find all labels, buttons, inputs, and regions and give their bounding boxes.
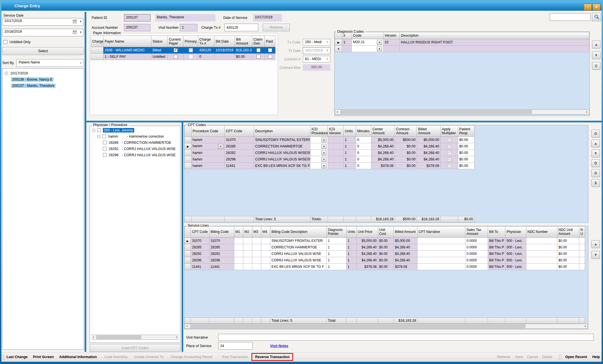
sl-ndc-amt-cell[interactable]: $0.00 xyxy=(557,251,579,257)
tree-node-procedure-group[interactable]: − hamm - Hammertoe correction xyxy=(97,134,164,138)
scroll-left-icon[interactable]: ‹ xyxy=(185,324,189,328)
sl-ndc-amt-cell[interactable]: $0.00 xyxy=(557,244,579,251)
calendar-dropdown-icon[interactable]: ▼ xyxy=(79,20,82,23)
cpt-d-button[interactable]: D xyxy=(591,159,600,167)
sl-narrative-cell[interactable] xyxy=(418,257,465,264)
cpt-billed-cell[interactable]: $5,000.00 xyxy=(417,137,441,143)
payer-bill-date-cell[interactable] xyxy=(215,54,235,60)
payer-row-header[interactable] xyxy=(91,54,103,60)
sl-cost-cell[interactable]: $0.00 xyxy=(378,238,394,244)
cpt-desc-cell[interactable]: CORRJ HALLUX VALGUS W/SESM xyxy=(254,156,310,163)
new-row-indicator[interactable]: ✳ xyxy=(335,46,342,52)
sl-billing-cell[interactable]: 28292 xyxy=(209,251,234,257)
place-of-service-input[interactable] xyxy=(218,342,253,350)
tree-node-patient[interactable]: 200138 - Boone, Nancy E xyxy=(11,78,54,81)
sl-billto-cell[interactable]: Bill This P xyxy=(488,264,505,270)
sl-diag-cell[interactable]: 1 xyxy=(327,264,346,270)
sl-desc-cell[interactable]: SINUSOTOMY FRONTAL EXTER xyxy=(270,238,327,244)
cpt-desc-cell[interactable]: CORRJ HALLUX VALGUS W/SESM xyxy=(254,150,310,156)
visit-number-field[interactable]: 1 xyxy=(180,24,197,31)
cpt-resp-cell[interactable]: $0.00 xyxy=(458,163,474,169)
cpt-billed-cell[interactable]: $378.08 xyxy=(417,163,441,169)
apply-multiplier-cell[interactable] xyxy=(441,143,458,150)
sl-physician-cell[interactable]: 500 - Levi, xyxy=(505,257,526,264)
cpt-code-cell[interactable]: 11441 xyxy=(225,163,254,169)
paid-cell[interactable] xyxy=(265,54,275,60)
cpt-icd-proc-cell[interactable]: ▼ xyxy=(310,137,328,143)
toolbar-load-inventory[interactable]: Load Inventory xyxy=(104,355,128,359)
cpt-row[interactable]: hamm 28292 CORRJ HALLUX VALGUS W/SESM ▼ … xyxy=(185,150,474,156)
sl-diag-cell[interactable]: 1 xyxy=(327,251,346,257)
cpt-desc-cell[interactable]: EXC B9 LES MRGN XCP SK TG F/E xyxy=(254,163,310,169)
sl-diag-cell[interactable]: 1 xyxy=(327,244,346,251)
visit-notes-link[interactable]: Visit Notes xyxy=(270,344,288,348)
sl-price-cell[interactable]: $4,268.40 xyxy=(357,244,378,251)
cpt-icd-proc-cell[interactable]: ▼ xyxy=(310,150,328,156)
cpt-contract-cell[interactable]: $0.00 xyxy=(395,156,417,163)
sl-physician-cell[interactable]: 500 - Levi, xyxy=(505,264,526,270)
diagnosis-down-button[interactable]: ▼ xyxy=(592,51,600,59)
tree-node-procedure[interactable]: 28292 - CORRJ HALLUX VALGUS W/SE xyxy=(103,147,176,151)
patient-id-field[interactable]: 200137 xyxy=(124,14,151,21)
cpt-code-cell[interactable]: 28292 xyxy=(225,150,254,156)
payer-row-header[interactable] xyxy=(91,47,103,54)
sl-ndc-cell[interactable] xyxy=(526,264,557,270)
cpt-minutes-cell[interactable]: 0 xyxy=(356,137,371,143)
payer-row[interactable]: 1 - SELF PAY Unbilled 0 $0.00 xyxy=(91,54,275,60)
diag-num-cell[interactable]: 1 xyxy=(342,39,352,46)
service-line-row[interactable]: 28296 28296 CORRJ HALLUX VALGUS W/SE 1 1… xyxy=(185,257,585,264)
toolbar-print-screen[interactable]: Print Screen xyxy=(33,355,54,359)
cpt-contract-cell[interactable]: $0.00 xyxy=(395,163,417,169)
cpt-g-button[interactable]: G xyxy=(591,169,600,177)
sl-cpt-cell[interactable]: 28296 xyxy=(191,257,209,264)
sl-cost-cell[interactable]: $0.00 xyxy=(378,251,394,257)
service-date-from-field[interactable]: 10/17/2019 ▼ xyxy=(2,18,83,26)
sl-price-cell[interactable]: $4,268.40 xyxy=(357,251,378,257)
cpt-billed-cell[interactable]: $4,268.40 xyxy=(417,156,441,163)
dropdown-icon[interactable]: ▼ xyxy=(321,164,326,168)
cpt-dollar-button[interactable]: $ xyxy=(591,179,600,187)
toolbar-delete[interactable]: Delete xyxy=(542,355,552,359)
physician-checkbox[interactable] xyxy=(97,128,101,132)
search-input[interactable] xyxy=(550,13,591,21)
toolbar-additional-information[interactable]: Additional Information xyxy=(59,355,97,359)
cpt-icd-proc-cell[interactable]: ▼ xyxy=(310,156,328,163)
row-indicator[interactable]: ▶ xyxy=(185,238,191,244)
paid-checkbox[interactable] xyxy=(268,48,272,52)
tree-node-procedure[interactable]: 28296 - CORRJ HALLUX VALGUS W/SE xyxy=(103,153,176,157)
sl-billto-cell[interactable]: Bill This P xyxy=(488,257,505,264)
sl-ndc-amt-cell[interactable]: $0.00 xyxy=(557,238,579,244)
current-payer-checkbox[interactable] xyxy=(174,48,178,52)
dropdown-icon[interactable]: ▼ xyxy=(377,47,382,51)
cpt-units-cell[interactable]: 1 xyxy=(344,143,356,150)
cpt-row[interactable]: hamm 31070 SINUSOTOMY FRONTAL EXTERN. ▼ … xyxy=(185,137,474,143)
payer-status-cell[interactable]: Billed xyxy=(151,47,168,54)
row-indicator[interactable]: ▶ xyxy=(335,39,342,46)
cpt-billed-cell[interactable]: $4,268.40 xyxy=(417,150,441,156)
sl-desc-cell[interactable]: CORRECTION HAMMERTOE xyxy=(270,244,327,251)
retrieve-button[interactable]: Retrieve xyxy=(263,24,290,31)
sl-price-cell[interactable]: $4,268.40 xyxy=(357,257,378,264)
sl-billed-cell[interactable]: $378.08 xyxy=(394,264,418,270)
toolbar-save[interactable]: Save xyxy=(515,355,523,359)
apply-multiplier-cell[interactable] xyxy=(441,156,458,163)
diagnosis-up-button[interactable]: ▲ xyxy=(592,41,600,48)
payer-row[interactable]: 2939 - WILLIAMS MEDIC Billed 430125 10/1… xyxy=(91,47,275,54)
unbilled-only-checkbox[interactable] xyxy=(3,40,7,44)
tx-date-select[interactable]: 10/17/2019 ∨ xyxy=(303,47,330,54)
sl-billto-cell[interactable]: Bill This P xyxy=(488,251,505,257)
sl-narrative-cell[interactable] xyxy=(418,244,465,251)
load-cpt-codes-button[interactable]: Load CPT Codes xyxy=(90,344,180,352)
scroll-thumb[interactable] xyxy=(96,335,141,339)
cpt-code-cell[interactable]: 28296 xyxy=(225,156,254,163)
sl-cost-cell[interactable]: $0.00 xyxy=(378,264,394,270)
cpt-code-cell[interactable]: 28285 xyxy=(225,143,254,150)
cpt-proc-cell[interactable]: hamm xyxy=(191,150,225,156)
sl-ndc-cell[interactable] xyxy=(526,244,557,251)
toolbar-change-accounting-period[interactable]: Change Accounting Period xyxy=(171,355,212,359)
close-button[interactable]: ✕ xyxy=(593,4,600,10)
sl-tax-cell[interactable]: 0.0000 xyxy=(465,251,488,257)
toolbar-open-recent[interactable]: Open Recent xyxy=(565,355,587,359)
cpt-contract-cell[interactable]: $0.00 xyxy=(395,150,417,156)
diag-code-cell[interactable]: ▼ xyxy=(352,46,383,52)
